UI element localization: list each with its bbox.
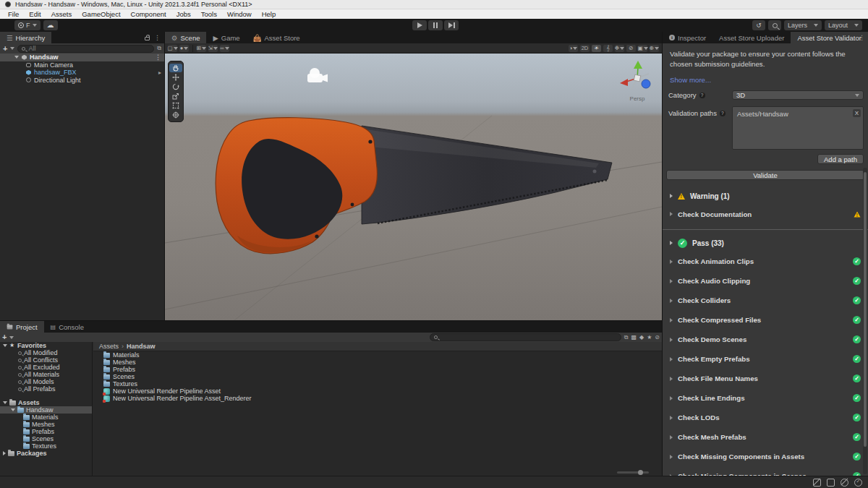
selected-folder-row[interactable]: Handsaw [0,406,92,414]
tab-console[interactable]: ▤ Console [44,321,90,333]
menu-item[interactable]: Jobs [171,10,196,18]
gizmos-dropdown[interactable]: ⊕ [650,45,659,52]
hierarchy-item-row[interactable]: handsaw_FBX ▸ [0,69,164,77]
help-icon[interactable]: ? [720,111,726,116]
validator-scrollbar[interactable] [863,168,867,474]
expand-arrow-icon[interactable] [14,56,19,59]
2d-toggle[interactable]: 2D [580,45,590,52]
warning-section-header[interactable]: Warning (1) [663,187,868,205]
search-filter-icon[interactable]: ⧉ [157,45,161,52]
pass-check-row[interactable]: Check File Menu Names [663,369,868,388]
search-by-type-icon[interactable]: ⧉ [624,334,629,341]
project-file-row[interactable]: Meshes [93,359,662,366]
menu-item[interactable]: Edit [24,10,46,18]
project-file-row[interactable]: Prefabs [93,366,662,373]
pass-check-row[interactable]: Check Mesh Prefabs [663,427,868,447]
menu-item[interactable]: File [3,10,24,18]
subfolder-row[interactable]: Prefabs [0,428,92,435]
favorite-search-row[interactable]: All Materials [0,371,92,378]
show-more-link[interactable]: Show more... [663,69,868,84]
scale-tool-button[interactable] [169,92,182,100]
search-by-label-icon[interactable]: ◆ [639,334,644,341]
tab-asset-store-uploader[interactable]: Asset Store Uploader [712,32,791,43]
validation-paths-box[interactable]: Assets/Handsaw X [732,106,864,150]
hierarchy-item-row[interactable]: Main Camera ▸ [0,61,164,69]
pass-check-row[interactable]: Check LODs [663,408,868,427]
render-doc-dropdown[interactable]: ◑ [569,45,578,52]
pass-check-row[interactable]: Check Demo Scenes [663,330,868,349]
favorite-search-row[interactable]: All Excluded [0,364,92,371]
grid-snapping-dropdown[interactable]: ⊞ [197,45,206,52]
projection-mode-label[interactable]: Persp [617,95,658,102]
orientation-gizmo[interactable] [617,59,658,97]
account-button[interactable]: F [14,20,41,30]
play-button[interactable] [412,20,427,30]
scene-visibility-toggle[interactable]: ⊘ [626,45,636,52]
subfolder-row[interactable]: Scenes [0,435,92,442]
measure-dropdown[interactable]: ═ [220,45,229,52]
hand-tool-button[interactable] [169,64,182,72]
hidden-packages-icon[interactable]: ⊘ [655,334,660,341]
hierarchy-search-input[interactable]: All [17,45,154,53]
menu-item[interactable]: Tools [196,10,222,18]
pause-button[interactable] [428,20,443,30]
shading-mode-dropdown[interactable]: ● [179,45,189,52]
search-by-import-icon[interactable]: ▩ [631,334,637,341]
menu-item[interactable]: Window [222,10,257,18]
prefab-open-chevron-icon[interactable]: ▸ [158,69,161,76]
favorite-search-row[interactable]: All Conflicts [0,356,92,364]
subfolder-row[interactable]: Textures [0,442,92,450]
transform-tool-button[interactable] [169,111,182,119]
breadcrumb-current[interactable]: Handsaw [127,343,156,350]
effects-dropdown[interactable]: ❉ [615,45,624,52]
pass-section-header[interactable]: Pass (33) [663,234,868,252]
create-asset-button[interactable]: + [2,333,7,341]
rotate-tool-button[interactable] [169,82,182,91]
step-button[interactable] [444,20,459,30]
draw-mode-dropdown[interactable]: ▢ [168,45,177,52]
notifications-muted-icon[interactable] [813,479,821,487]
project-file-row[interactable]: New Universal Render Pipeline Asset_Rend… [93,395,662,402]
menu-item[interactable]: Assets [46,10,77,18]
assets-root-row[interactable]: Assets [0,399,92,406]
layers-dropdown[interactable]: Layers [784,20,822,30]
favorite-search-row[interactable]: All Models [0,378,92,385]
tab-inspector[interactable]: i Inspector [663,32,712,43]
pass-check-row[interactable]: Check Line Endings [663,388,868,408]
panel-menu-icon[interactable]: ⋮ [859,34,865,41]
audio-toggle[interactable]: 𝄞 [603,45,613,52]
layout-dropdown[interactable]: Layout [825,20,862,30]
rect-tool-button[interactable] [169,101,182,110]
pass-check-row[interactable]: Check Animation Clips [663,252,868,271]
undo-history-button[interactable]: ↺ [752,20,765,30]
camera-gizmo-icon[interactable] [302,65,331,87]
pass-check-row[interactable]: Check Colliders [663,291,868,310]
pass-check-row[interactable]: Check Missing Components in Assets [663,447,868,466]
add-path-button[interactable]: Add a path [817,154,864,164]
tab-scene[interactable]: ⚙ Scene [165,32,206,43]
menu-item[interactable]: Component [126,10,171,18]
project-file-row[interactable]: New Universal Render Pipeline Asset [93,388,662,395]
scene-viewport[interactable]: Persp [165,53,662,320]
search-button[interactable] [768,20,781,30]
favorite-search-row[interactable]: All Modified [0,349,92,356]
subfolder-row[interactable]: Meshes [0,421,92,428]
warning-check-row[interactable]: Check Documentation [663,205,868,223]
cloud-services-button[interactable]: ☁ [43,20,58,30]
collab-disabled-icon[interactable] [841,479,848,487]
scrollbar-thumb[interactable] [864,172,867,447]
panel-menu-icon[interactable]: ⋮ [154,34,161,41]
icon-size-slider[interactable] [617,471,649,474]
subfolder-row[interactable]: Materials [0,414,92,421]
category-dropdown[interactable]: 3D [732,90,864,100]
packages-root-row[interactable]: Packages [0,450,92,457]
pass-check-row[interactable]: Check Compressed Files [663,310,868,330]
add-gameobject-button[interactable]: + [3,45,7,53]
camera-settings-dropdown[interactable]: ▣ [638,45,647,52]
move-snap-dropdown[interactable]: ⇲ [208,45,218,52]
project-file-row[interactable]: Materials [93,351,662,359]
cache-server-icon[interactable] [827,479,835,487]
save-search-star-icon[interactable]: ★ [647,334,652,341]
hierarchy-item-row[interactable]: Directional Light ▸ [0,77,164,85]
project-file-row[interactable]: Textures [93,380,662,388]
